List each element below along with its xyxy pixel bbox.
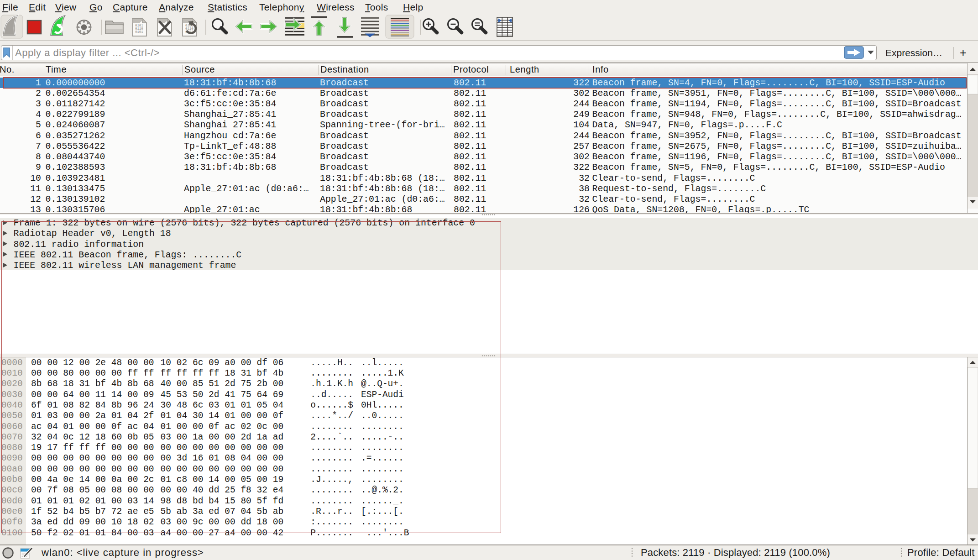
svg-text:0101: 0101: [135, 30, 143, 34]
